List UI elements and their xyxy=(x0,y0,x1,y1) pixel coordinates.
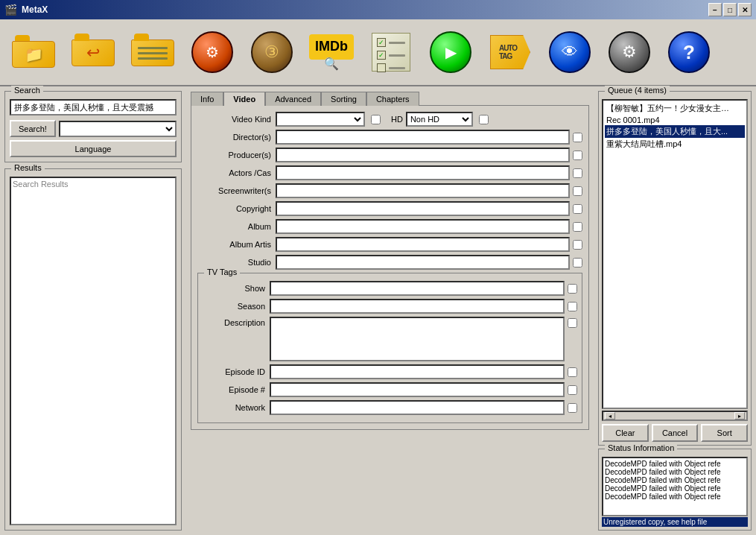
search-dropdown[interactable] xyxy=(59,121,177,137)
network-label: Network xyxy=(203,403,270,412)
clear-button[interactable]: Clear xyxy=(602,424,649,442)
season-row: Season xyxy=(203,299,577,314)
tab-sorting[interactable]: Sorting xyxy=(321,92,366,106)
cancel-button[interactable]: Cancel xyxy=(652,424,699,442)
season-checkbox[interactable] xyxy=(568,302,577,311)
back-button[interactable]: ↩ xyxy=(66,25,121,80)
video-kind-select[interactable] xyxy=(276,112,365,127)
scroll-right-arrow[interactable]: ▸ xyxy=(734,412,745,420)
album-label: Album xyxy=(197,222,276,231)
close-button[interactable]: ✕ xyxy=(738,3,752,16)
scroll-left-arrow[interactable]: ◂ xyxy=(605,412,615,420)
filmreel-button[interactable]: ③ xyxy=(244,25,299,80)
tab-content-video: Video Kind HD Non HD HD Director(s) xyxy=(191,105,589,430)
queue-item-2[interactable]: 拼多多登陆，美国人秒懂，且大... xyxy=(605,125,745,138)
queue-item-0[interactable]: 【柳智敏】五约一！少女漫女主… xyxy=(605,102,745,115)
tab-video[interactable]: Video xyxy=(223,92,265,106)
studio-checkbox[interactable] xyxy=(573,258,582,268)
producer-row: Producer(s) xyxy=(197,148,582,162)
episode-id-checkbox[interactable] xyxy=(568,367,577,377)
episode-id-input[interactable] xyxy=(270,364,565,379)
checklist-button[interactable]: ✓ ✓ xyxy=(363,25,419,80)
director-checkbox[interactable] xyxy=(573,133,582,142)
episode-num-checkbox[interactable] xyxy=(568,385,577,395)
help-button[interactable]: ? xyxy=(661,25,717,80)
show-row: Show xyxy=(203,281,577,296)
eye-icon: 👁 xyxy=(549,31,591,73)
status-log-line-0: DecodeMPD failed with Object refe xyxy=(605,460,745,468)
video-kind-row: Video Kind HD Non HD HD xyxy=(197,112,582,127)
copyright-input[interactable] xyxy=(276,201,570,216)
producer-checkbox[interactable] xyxy=(573,151,582,160)
imdb-button[interactable]: IMDb 🔍 xyxy=(304,25,359,80)
producer-input[interactable] xyxy=(276,148,570,162)
video-kind-checkbox[interactable] xyxy=(371,115,381,124)
tab-advanced[interactable]: Advanced xyxy=(265,92,321,106)
status-log-line-4: DecodeMPD failed with Object refe xyxy=(605,493,745,501)
network-checkbox[interactable] xyxy=(568,403,577,413)
album-artist-input[interactable] xyxy=(276,237,570,252)
search-input[interactable] xyxy=(10,99,177,115)
minimize-button[interactable]: − xyxy=(708,3,722,16)
show-checkbox[interactable] xyxy=(568,284,577,294)
episode-id-row: Episode ID xyxy=(203,364,577,379)
maximize-button[interactable]: □ xyxy=(723,3,737,16)
results-list[interactable]: Search Results xyxy=(10,177,177,525)
play-button[interactable]: ▶ xyxy=(423,25,478,80)
title-bar: 🎬 MetaX − □ ✕ xyxy=(0,0,756,19)
right-panel: Queue (4 items) 【柳智敏】五约一！少女漫女主… Rec 0001… xyxy=(594,86,756,535)
copyright-row: Copyright xyxy=(197,201,582,216)
language-button[interactable]: Language xyxy=(10,140,177,157)
results-group-label: Results xyxy=(11,163,45,172)
actors-label: Actors /Cas xyxy=(197,168,276,177)
title-bar-title: MetaX xyxy=(22,4,48,15)
network-input[interactable] xyxy=(270,400,565,415)
title-bar-icon: 🎬 xyxy=(4,4,17,16)
queue-title: Queue (4 items) xyxy=(605,86,670,95)
description-input[interactable] xyxy=(270,317,565,361)
tag-button[interactable]: AUTOTAG xyxy=(483,25,538,80)
hd-select[interactable]: Non HD HD xyxy=(406,112,473,127)
studio-label: Studio xyxy=(197,258,276,267)
equalizer-button[interactable]: ⚙ xyxy=(185,25,240,80)
season-input[interactable] xyxy=(270,299,565,314)
studio-input[interactable] xyxy=(276,255,570,270)
tab-chapters[interactable]: Chapters xyxy=(366,92,419,106)
show-label: Show xyxy=(203,284,270,293)
screenwriter-checkbox[interactable] xyxy=(573,186,582,196)
copyright-checkbox[interactable] xyxy=(573,204,582,214)
settings-button[interactable]: ⚙ xyxy=(602,25,657,80)
list-button[interactable] xyxy=(125,25,180,80)
preview-button[interactable]: 👁 xyxy=(542,25,597,80)
queue-item-1[interactable]: Rec 0001.mp4 xyxy=(605,115,745,125)
producer-label: Producer(s) xyxy=(197,151,276,159)
imdb-icon: IMDb xyxy=(309,34,354,60)
album-input[interactable] xyxy=(276,219,570,234)
status-log: DecodeMPD failed with Object refe Decode… xyxy=(602,457,748,516)
director-input[interactable] xyxy=(276,130,570,145)
album-artist-checkbox[interactable] xyxy=(573,240,582,250)
show-input[interactable] xyxy=(270,281,565,296)
actors-checkbox[interactable] xyxy=(573,168,582,178)
actors-input[interactable] xyxy=(276,165,570,180)
album-checkbox[interactable] xyxy=(573,222,582,232)
sliders-icon: ⚙ xyxy=(191,31,233,73)
hd-checkbox[interactable] xyxy=(479,115,489,124)
search-button[interactable]: Search! xyxy=(10,120,56,137)
queue-scrollbar[interactable]: ◂ ▸ xyxy=(602,411,748,421)
queue-list[interactable]: 【柳智敏】五约一！少女漫女主… Rec 0001.mp4 拼多多登陆，美国人秒懂… xyxy=(602,99,748,409)
tab-info[interactable]: Info xyxy=(191,92,223,106)
filmreel-icon: ③ xyxy=(251,31,293,73)
help-icon: ? xyxy=(668,31,710,73)
description-checkbox[interactable] xyxy=(568,318,577,328)
director-label: Director(s) xyxy=(197,133,276,142)
description-label: Description xyxy=(203,317,270,327)
sort-button[interactable]: Sort xyxy=(701,424,748,442)
episode-num-input[interactable] xyxy=(270,382,565,397)
open-folder-button[interactable]: 📁 xyxy=(6,25,61,80)
queue-group: Queue (4 items) 【柳智敏】五约一！少女漫女主… Rec 0001… xyxy=(598,91,752,446)
screenwriter-input[interactable] xyxy=(276,183,570,198)
tab-bar: Info Video Advanced Sorting Chapters xyxy=(191,91,589,105)
gear-icon: ⚙ xyxy=(609,31,650,73)
queue-item-3[interactable]: 重紫大结局吐槽.mp4 xyxy=(605,138,745,151)
